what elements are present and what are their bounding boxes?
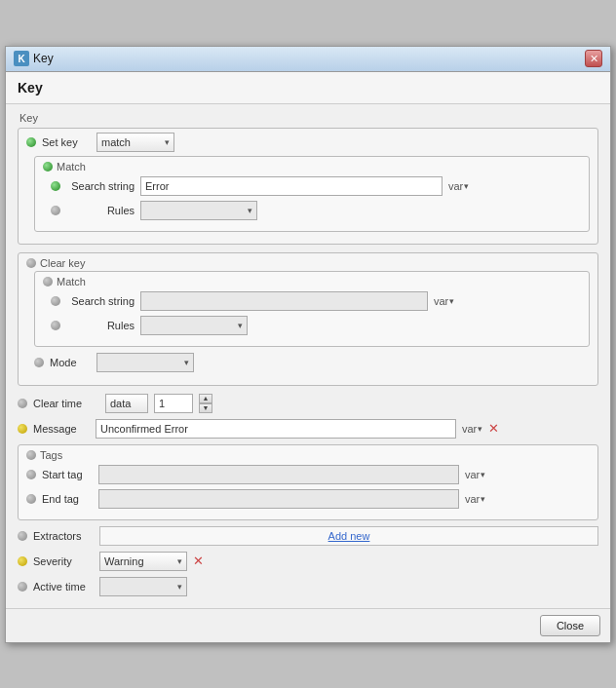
clear-search-dot <box>51 296 60 306</box>
end-tag-input[interactable] <box>98 489 459 509</box>
end-tag-row: End tag var ▾ <box>26 489 590 509</box>
key-outer-box: Set key match ▾ Match Search string <box>18 128 598 245</box>
clear-time-row: Clear time data ▲ ▼ <box>18 394 598 413</box>
clear-key-label: Clear key <box>40 257 85 269</box>
extractors-label: Extractors <box>33 530 94 542</box>
start-tag-arrow-icon: ▾ <box>481 470 485 479</box>
set-key-arrow-icon: ▾ <box>165 137 170 147</box>
clear-search-input[interactable] <box>140 291 428 311</box>
message-var-arrow-icon: ▾ <box>478 424 482 434</box>
rules-dot <box>51 206 60 215</box>
clear-time-type-dropdown[interactable]: data <box>105 394 148 413</box>
clear-match-dot <box>43 277 53 287</box>
start-tag-row: Start tag var ▾ <box>26 465 590 484</box>
severity-arrow-icon: ▾ <box>177 556 182 566</box>
mode-row: Mode ▾ <box>19 351 597 372</box>
start-tag-dot <box>26 470 36 479</box>
message-input[interactable] <box>96 419 456 439</box>
window-close-button[interactable]: ✕ <box>585 50 602 67</box>
active-time-label: Active time <box>33 581 94 592</box>
title-bar: K Key ✕ <box>6 47 610 72</box>
clear-time-label: Clear time <box>33 398 99 409</box>
extractors-dot <box>18 531 27 541</box>
spinner-down-button[interactable]: ▼ <box>199 403 212 413</box>
extractors-row: Extractors Add new <box>18 526 598 546</box>
rules-row: Rules ▾ <box>43 201 581 220</box>
mode-dot <box>34 358 44 367</box>
extractors-box: Add new <box>99 526 598 546</box>
tags-content: Start tag var ▾ End tag var ▾ <box>19 463 597 519</box>
clear-key-outer-box: Clear key Match Search string var ▾ <box>18 252 598 386</box>
mode-arrow-icon: ▾ <box>184 358 189 367</box>
match-legend: Match <box>43 161 581 172</box>
set-key-dot <box>26 137 36 147</box>
end-tag-dot <box>26 494 36 504</box>
add-new-link[interactable]: Add new <box>328 530 370 542</box>
var-dropdown[interactable]: var ▾ <box>448 180 469 192</box>
severity-dot <box>18 556 27 566</box>
severity-dropdown[interactable]: Warning ▾ <box>99 552 187 571</box>
clear-var-arrow-icon: ▾ <box>449 296 454 306</box>
clear-time-spinner[interactable]: ▲ ▼ <box>199 394 212 413</box>
search-string-label: Search string <box>66 180 135 192</box>
title-bar-text: Key <box>33 52 54 65</box>
var-arrow-icon: ▾ <box>464 181 469 191</box>
spinner-up-button[interactable]: ▲ <box>199 394 212 403</box>
set-key-row: Set key match ▾ <box>19 129 597 156</box>
active-time-row: Active time ▾ <box>18 577 598 596</box>
mode-label: Mode <box>50 357 87 368</box>
clear-match-legend: Match <box>43 276 581 287</box>
start-tag-label: Start tag <box>42 469 93 480</box>
set-key-label: Set key <box>42 136 91 148</box>
message-row: Message var ▾ ✕ <box>18 419 598 439</box>
clear-search-string-row: Search string var ▾ <box>43 291 581 311</box>
window-icon: K <box>14 51 29 66</box>
end-tag-label: End tag <box>42 493 93 505</box>
message-label: Message <box>33 423 90 435</box>
message-clear-button[interactable]: ✕ <box>488 422 499 435</box>
window-header: Key <box>6 72 610 104</box>
clear-match-box: Match Search string var ▾ Rules <box>34 271 590 347</box>
active-time-dropdown[interactable]: ▾ <box>99 577 187 596</box>
clear-search-label: Search string <box>66 295 135 307</box>
search-string-row: Search string var ▾ <box>43 176 581 196</box>
start-tag-var-dropdown[interactable]: var ▾ <box>465 469 485 480</box>
clear-rules-dropdown[interactable]: ▾ <box>140 316 248 335</box>
key-dialog: K Key ✕ Key Key Set key match ▾ <box>5 46 611 643</box>
set-key-dropdown[interactable]: match ▾ <box>96 133 174 152</box>
start-tag-input[interactable] <box>98 465 459 484</box>
rules-arrow-icon: ▾ <box>248 206 252 215</box>
tags-dot <box>26 450 36 460</box>
clear-rules-dot <box>51 321 60 330</box>
search-string-input[interactable] <box>140 176 443 196</box>
active-time-dot <box>18 582 27 592</box>
set-key-select[interactable]: match ▾ <box>96 133 174 152</box>
end-tag-arrow-icon: ▾ <box>481 494 485 504</box>
bottom-bar: Close <box>6 608 610 642</box>
close-button[interactable]: Close <box>540 615 600 636</box>
window-content: Key Set key match ▾ Match <box>6 104 610 608</box>
severity-label: Severity <box>33 555 94 567</box>
clear-time-value-input[interactable] <box>154 394 193 413</box>
title-bar-left: K Key <box>14 51 54 66</box>
end-tag-var-dropdown[interactable]: var ▾ <box>465 493 485 505</box>
key-section-label: Key <box>18 112 598 124</box>
mode-dropdown[interactable]: ▾ <box>96 353 194 372</box>
clear-rules-arrow-icon: ▾ <box>238 321 243 330</box>
match-dot <box>43 162 53 172</box>
clear-key-header: Clear key <box>19 253 597 271</box>
tags-section: Tags Start tag var ▾ End tag <box>18 444 598 520</box>
search-string-dot <box>51 181 60 191</box>
clear-rules-row: Rules ▾ <box>43 316 581 335</box>
rules-dropdown[interactable]: ▾ <box>140 201 257 220</box>
rules-label: Rules <box>66 205 135 216</box>
clear-rules-label: Rules <box>66 320 135 331</box>
clear-key-dot <box>26 258 36 268</box>
severity-row: Severity Warning ▾ ✕ <box>18 552 598 571</box>
severity-clear-button[interactable]: ✕ <box>193 554 204 567</box>
active-time-arrow-icon: ▾ <box>177 582 182 592</box>
clear-var-dropdown[interactable]: var ▾ <box>434 295 454 307</box>
clear-time-dot <box>18 399 27 408</box>
match-box: Match Search string var ▾ Rules <box>34 156 590 232</box>
message-var-dropdown[interactable]: var ▾ <box>462 423 482 435</box>
